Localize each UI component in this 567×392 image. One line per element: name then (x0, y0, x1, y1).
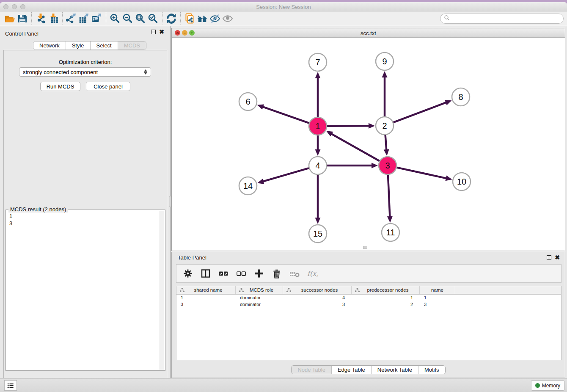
table-cell[interactable]: dominator (236, 301, 283, 308)
edge-2-8[interactable] (394, 102, 447, 123)
hide-selected-button[interactable] (209, 13, 221, 25)
import-network-button[interactable] (34, 13, 47, 25)
tab-edge-table[interactable]: Edge Table (332, 366, 372, 374)
table-cell[interactable]: 2 (352, 301, 420, 308)
add-row-button[interactable] (253, 268, 264, 279)
delete-table-button (289, 268, 300, 279)
column-header-MCDS-role[interactable]: MCDS role (236, 286, 283, 294)
network-graph-canvas[interactable]: 1234678910111415 (172, 38, 565, 251)
zoom-selected-button[interactable] (147, 13, 160, 25)
list-icon (6, 381, 15, 390)
criterion-value: strongly connected component (23, 69, 98, 75)
open-file-button[interactable] (3, 13, 16, 25)
close-panel-button[interactable]: Close panel (86, 82, 130, 91)
export-network-button[interactable] (65, 13, 78, 25)
table-cell[interactable]: 3 (176, 301, 236, 308)
mcds-result-item: 1 (9, 213, 12, 220)
table-cell[interactable]: 4 (283, 295, 352, 301)
first-neighbors-button[interactable] (196, 13, 209, 25)
toolbar-separator (62, 12, 63, 25)
import-table-icon (48, 13, 59, 24)
float-panel-icon[interactable] (151, 30, 156, 34)
edge-3-11[interactable] (388, 175, 390, 217)
memory-label: Memory (542, 383, 560, 389)
column-header-successor-nodes[interactable]: successor nodes (283, 286, 352, 294)
edge-arrowhead (315, 72, 321, 78)
network-window-titlebar: ✕ − + scc.txt (172, 28, 565, 38)
edge-arrowhead (384, 149, 389, 156)
add-row-icon (253, 268, 264, 279)
table-cell[interactable]: 1 (352, 295, 420, 301)
toolbar-separator (106, 12, 106, 25)
network-hscroll-thumb[interactable] (363, 246, 367, 249)
zoom-in-button[interactable] (109, 13, 121, 25)
export-image-button[interactable] (91, 13, 103, 25)
column-type-icon (286, 288, 291, 293)
edge-arrowhead (315, 218, 321, 224)
edge-2-3[interactable] (385, 135, 387, 150)
edge-arrowhead (387, 216, 393, 223)
table-settings-icon (182, 268, 193, 279)
node-label: 1 (315, 121, 320, 131)
table-settings-button[interactable] (182, 268, 193, 279)
deselect-all-button[interactable] (236, 268, 247, 279)
show-columns-button[interactable] (200, 268, 211, 279)
edge-arrowhead (372, 163, 378, 168)
export-table-button[interactable] (78, 13, 91, 25)
float-table-panel-icon[interactable] (547, 255, 551, 260)
table-cell[interactable]: 1 (420, 295, 455, 301)
clone-network-icon (184, 13, 195, 24)
edge-3-10[interactable] (396, 168, 446, 179)
close-panel-icon[interactable]: ✖ (159, 30, 164, 34)
edge-3-1[interactable] (331, 134, 379, 161)
deselect-all-icon (236, 268, 247, 279)
result-scrollbar[interactable] (160, 211, 164, 370)
table-cell[interactable]: 3 (283, 301, 352, 308)
tab-node-table[interactable]: Node Table (292, 366, 332, 374)
status-bar: Memory (0, 378, 567, 392)
clone-network-button[interactable] (183, 13, 196, 25)
table-row[interactable]: 1dominator411 (176, 295, 561, 301)
edge-1-2[interactable] (327, 126, 369, 126)
table-panel-window-buttons: ✖ (547, 255, 560, 260)
criterion-dropdown[interactable]: strongly connected component (19, 67, 151, 77)
tab-motifs[interactable]: Motifs (418, 366, 445, 374)
table-cell[interactable]: 3 (420, 301, 455, 308)
zoom-out-button[interactable] (121, 13, 134, 25)
column-header-shared-name[interactable]: shared name (176, 286, 236, 294)
table-cell[interactable]: 1 (176, 295, 236, 301)
column-header-name[interactable]: name (420, 286, 455, 294)
control-panel: Control Panel ✖ NetworkStyleSelectMCDS O… (0, 26, 171, 378)
search-field[interactable] (440, 14, 564, 24)
node-table: shared nameMCDS rolesuccessor nodesprede… (176, 286, 561, 360)
save-session-button[interactable] (16, 13, 29, 25)
memory-button[interactable]: Memory (531, 380, 564, 391)
tab-style[interactable]: Style (66, 41, 91, 50)
node-label: 14 (243, 181, 253, 190)
table-toolbar: f(x) (176, 264, 561, 283)
tab-select[interactable]: Select (91, 41, 118, 50)
tab-network-table[interactable]: Network Table (372, 366, 418, 374)
tab-network[interactable]: Network (33, 41, 66, 50)
tab-mcds[interactable]: MCDS (118, 41, 146, 50)
select-all-button[interactable] (218, 268, 229, 279)
import-table-button[interactable] (47, 13, 60, 25)
column-header-predecessor-nodes[interactable]: predecessor nodes (352, 286, 420, 294)
export-image-icon (91, 13, 102, 24)
run-mcds-button[interactable]: Run MCDS (40, 82, 80, 91)
task-history-button[interactable] (4, 380, 17, 391)
edge-4-14[interactable] (263, 168, 309, 182)
show-columns-icon (200, 268, 211, 279)
node-label: 3 (385, 161, 390, 170)
search-input[interactable] (450, 16, 563, 22)
zoom-fit-button[interactable] (134, 13, 147, 25)
delete-row-button[interactable] (271, 268, 282, 279)
table-cell[interactable]: dominator (236, 295, 283, 301)
edge-1-6[interactable] (262, 107, 309, 123)
edge-arrowhead (257, 179, 264, 184)
refresh-network-button[interactable] (165, 13, 178, 25)
table-row[interactable]: 3dominator323 (176, 301, 561, 308)
close-table-panel-icon[interactable]: ✖ (555, 255, 560, 260)
network-view-window: ✕ − + scc.txt 1234678910111415 (171, 28, 565, 251)
show-all-icon (222, 13, 233, 24)
